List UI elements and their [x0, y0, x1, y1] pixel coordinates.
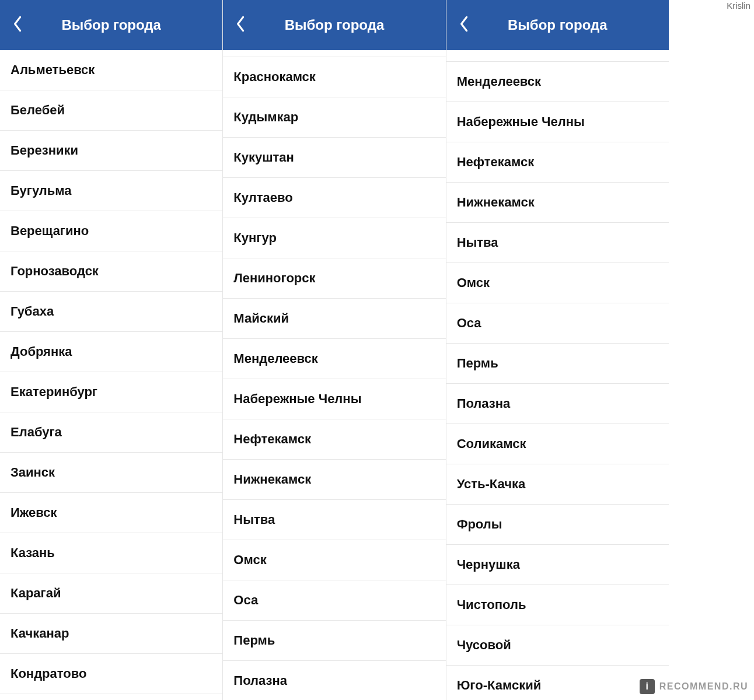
- list-item-partial[interactable]: [446, 50, 669, 62]
- list-item[interactable]: Кунгур: [223, 218, 445, 258]
- city-name: Юго-Камский: [457, 678, 542, 693]
- city-name: Нытва: [233, 512, 275, 527]
- city-name: Менделеевск: [233, 351, 317, 366]
- city-name: Култаево: [233, 190, 292, 205]
- chevron-left-icon: [236, 15, 246, 35]
- navbar-title: Выбор города: [61, 17, 161, 33]
- list-item[interactable]: Краснокамск: [223, 57, 445, 97]
- city-name: Горнозаводск: [11, 264, 99, 279]
- city-name: Чернушка: [457, 557, 520, 572]
- list-item[interactable]: Чистополь: [446, 585, 669, 625]
- list-item[interactable]: Альметьевск: [0, 50, 222, 90]
- list-item[interactable]: Казань: [0, 533, 222, 573]
- city-list[interactable]: Альметьевск Белебей Березники Бугульма В…: [0, 50, 222, 700]
- city-name: Екатеринбург: [11, 384, 97, 400]
- city-name: Березники: [11, 143, 78, 158]
- list-item[interactable]: Чусовой: [446, 625, 669, 666]
- city-name: Омск: [457, 275, 490, 290]
- city-name: Менделеевск: [457, 74, 541, 89]
- city-name: Набережные Челны: [457, 114, 585, 130]
- list-item[interactable]: Заинск: [0, 453, 222, 493]
- list-item[interactable]: Белебей: [0, 90, 222, 131]
- list-item[interactable]: Набережные Челны: [446, 102, 669, 142]
- list-item[interactable]: Качканар: [0, 614, 222, 654]
- city-name: Полазна: [233, 673, 287, 688]
- list-item[interactable]: Нижнекамск: [223, 460, 445, 500]
- list-item[interactable]: Фролы: [446, 505, 669, 545]
- list-item[interactable]: Полазна: [223, 661, 445, 700]
- list-item[interactable]: Соликамск: [446, 424, 669, 464]
- city-name: Нытва: [457, 235, 498, 250]
- list-item[interactable]: Екатеринбург: [0, 372, 222, 412]
- back-button[interactable]: [228, 0, 254, 50]
- list-item[interactable]: Губаха: [0, 292, 222, 332]
- list-item-partial[interactable]: [223, 50, 445, 57]
- list-item[interactable]: Майский: [223, 299, 445, 339]
- city-name: Майский: [233, 311, 289, 326]
- city-name: Ижевск: [11, 505, 57, 520]
- city-name: Кондратово: [11, 666, 86, 681]
- city-name: Верещагино: [11, 223, 89, 239]
- list-item[interactable]: Чернушка: [446, 545, 669, 585]
- list-item[interactable]: Елабуга: [0, 412, 222, 453]
- list-item[interactable]: Ижевск: [0, 493, 222, 533]
- list-item[interactable]: Менделеевск: [223, 339, 445, 379]
- city-name: Губаха: [11, 304, 54, 319]
- city-name: Заинск: [11, 465, 55, 480]
- city-name: Казань: [11, 545, 55, 561]
- city-name: Лениногорск: [233, 271, 315, 286]
- city-name: Усть-Качка: [457, 477, 526, 492]
- list-item[interactable]: Пермь: [223, 621, 445, 661]
- list-item[interactable]: Нефтекамск: [446, 142, 669, 183]
- city-name: Альметьевск: [11, 62, 95, 78]
- list-item[interactable]: Горнозаводск: [0, 251, 222, 292]
- city-name: Кудымкар: [233, 110, 298, 125]
- list-item[interactable]: Нытва: [223, 500, 445, 540]
- city-name: Омск: [233, 552, 266, 568]
- list-item[interactable]: Оса: [446, 303, 669, 344]
- list-item[interactable]: Верещагино: [0, 211, 222, 251]
- city-name: Нижнекамск: [233, 472, 311, 487]
- city-name: Карагай: [11, 586, 61, 601]
- list-item[interactable]: Кондратово: [0, 654, 222, 694]
- list-item[interactable]: Омск: [223, 540, 445, 580]
- list-item[interactable]: Березники: [0, 131, 222, 171]
- city-name: Бугульма: [11, 183, 72, 198]
- screen-3: Выбор города Менделеевск Набережные Челн…: [446, 0, 669, 700]
- list-item[interactable]: Кукуштан: [223, 138, 445, 178]
- city-name: Оса: [233, 593, 258, 608]
- navbar: Выбор города: [223, 0, 445, 50]
- city-list[interactable]: Менделеевск Набережные Челны Нефтекамск …: [446, 50, 669, 700]
- city-name: Нефтекамск: [233, 432, 311, 447]
- list-item[interactable]: Нижнекамск: [446, 183, 669, 223]
- list-item[interactable]: Полазна: [446, 384, 669, 424]
- city-name: Чистополь: [457, 597, 526, 612]
- screen-2: Выбор города Краснокамск Кудымкар Кукушт…: [223, 0, 446, 700]
- list-item[interactable]: Добрянка: [0, 332, 222, 372]
- list-item[interactable]: Карагай: [0, 573, 222, 614]
- city-name: Нефтекамск: [457, 155, 535, 170]
- city-name: Пермь: [233, 633, 275, 648]
- list-item[interactable]: Кудымкар: [223, 97, 445, 138]
- list-item[interactable]: Пермь: [446, 344, 669, 384]
- list-item[interactable]: Усть-Качка: [446, 464, 669, 505]
- back-button[interactable]: [5, 0, 32, 50]
- back-button[interactable]: [451, 0, 478, 50]
- city-name: Набережные Челны: [233, 391, 361, 407]
- navbar-title: Выбор города: [285, 17, 385, 33]
- list-item[interactable]: Нытва: [446, 223, 669, 263]
- list-item[interactable]: Оса: [223, 580, 445, 621]
- list-item[interactable]: Нефтекамск: [223, 419, 445, 460]
- list-item[interactable]: Култаево: [223, 178, 445, 218]
- list-item[interactable]: Юго-Камский: [446, 666, 669, 700]
- list-item[interactable]: Менделеевск: [446, 62, 669, 102]
- navbar-title: Выбор города: [508, 17, 608, 33]
- list-item[interactable]: Омск: [446, 263, 669, 303]
- navbar: Выбор города: [0, 0, 222, 50]
- list-item[interactable]: Бугульма: [0, 171, 222, 211]
- city-name: Фролы: [457, 517, 502, 532]
- city-list[interactable]: Краснокамск Кудымкар Кукуштан Култаево К…: [223, 50, 445, 700]
- city-name: Нижнекамск: [457, 195, 535, 210]
- list-item[interactable]: Лениногорск: [223, 258, 445, 299]
- list-item[interactable]: Набережные Челны: [223, 379, 445, 419]
